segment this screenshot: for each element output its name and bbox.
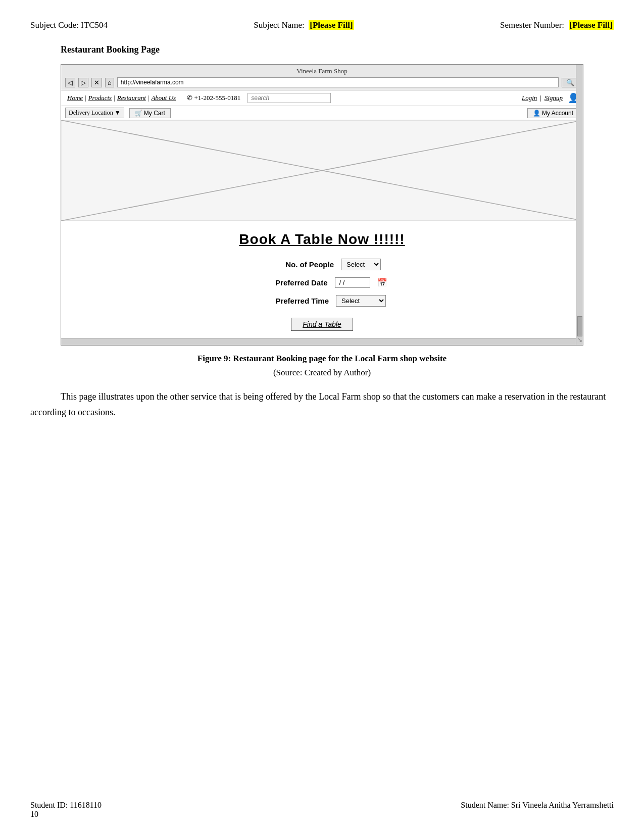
date-input[interactable]: [335, 277, 370, 288]
delivery-location-label: Delivery Location: [69, 109, 113, 117]
booking-section: Book A Table Now !!!!!! No. of People Se…: [61, 221, 583, 338]
subject-name-fill: [Please Fill]: [309, 20, 354, 30]
url-bar[interactable]: [117, 77, 559, 87]
hero-image-placeholder: [61, 120, 583, 221]
nav-links: Home | Products | Restaurant | About Us: [65, 94, 178, 102]
student-name: Student Name: Sri Vineela Anitha Yerrams…: [461, 801, 614, 819]
resize-handle-icon: ↘: [577, 336, 582, 344]
subject-code: Subject Code: ITC504: [30, 20, 108, 30]
nav-home[interactable]: Home: [65, 94, 85, 102]
date-label: Preferred Date: [257, 278, 328, 287]
browser-controls-bar: ◁ ▷ ✕ ⌂ 🔍: [65, 77, 579, 87]
body-paragraph: This page illustrates upon the other ser…: [30, 389, 614, 420]
phone-number: ✆ +1-202-555-0181: [187, 94, 240, 102]
doc-footer: Student ID: 11618110 10 Student Name: Sr…: [30, 801, 614, 819]
delivery-location-dropdown[interactable]: Delivery Location ▼: [65, 108, 124, 118]
nav-products[interactable]: Products: [86, 94, 114, 102]
people-row: No. of People Select 1 2 3 4 5 6+: [263, 259, 381, 270]
time-label: Preferred Time: [258, 297, 329, 305]
signup-link[interactable]: Signup: [542, 94, 565, 102]
wireframe-footer-bar: [61, 338, 583, 345]
dropdown-arrow: ▼: [115, 109, 121, 117]
booking-title: Book A Table Now !!!!!!: [239, 231, 405, 248]
nav-about-us[interactable]: About Us: [149, 94, 178, 102]
search-input[interactable]: [247, 93, 331, 103]
find-table-button[interactable]: Find a Table: [291, 318, 353, 331]
browser-chrome: Vineela Farm Shop ◁ ▷ ✕ ⌂ 🔍: [61, 65, 583, 90]
figure-source: (Source: Created by Author): [30, 368, 614, 378]
section-title: Restaurant Booking Page: [61, 44, 614, 55]
date-row: Preferred Date 📅: [257, 277, 387, 288]
nav-bar: Home | Products | Restaurant | About Us …: [61, 90, 583, 106]
page-number: 10: [30, 810, 102, 819]
sub-nav: Delivery Location ▼ 🛒 My Cart 👤 My Accou…: [61, 106, 583, 120]
home-button[interactable]: ⌂: [105, 78, 114, 87]
nav-restaurant[interactable]: Restaurant: [115, 94, 148, 102]
login-signup-area: Login | Signup 👤: [520, 92, 579, 104]
login-link[interactable]: Login: [520, 94, 539, 102]
calendar-icon[interactable]: 📅: [377, 278, 387, 287]
time-select[interactable]: Select Morning Afternoon Evening Night: [336, 295, 386, 307]
semester-number: Semester Number: [Please Fill]: [500, 20, 614, 30]
wireframe-container: Vineela Farm Shop ◁ ▷ ✕ ⌂ 🔍 Home | Produ…: [61, 64, 583, 346]
hero-placeholder-svg: [61, 120, 583, 221]
close-button[interactable]: ✕: [91, 78, 102, 87]
scrollbar-thumb[interactable]: [577, 316, 582, 336]
scrollbar[interactable]: ↘: [576, 65, 583, 345]
footer-left: Student ID: 11618110 10: [30, 801, 102, 819]
subject-name: Subject Name: [Please Fill]: [254, 20, 354, 30]
people-select[interactable]: Select 1 2 3 4 5 6+: [341, 259, 381, 270]
student-id: Student ID: 11618110: [30, 801, 102, 810]
time-row: Preferred Time Select Morning Afternoon …: [258, 295, 386, 307]
my-cart-button[interactable]: 🛒 My Cart: [129, 108, 171, 118]
people-label: No. of People: [263, 260, 334, 269]
semester-fill: [Please Fill]: [569, 20, 614, 30]
figure-caption: Figure 9: Restaurant Booking page for th…: [61, 354, 583, 364]
browser-title: Vineela Farm Shop: [65, 67, 579, 75]
document-header: Subject Code: ITC504 Subject Name: [Plea…: [30, 20, 614, 30]
forward-button[interactable]: ▷: [78, 78, 88, 87]
back-button[interactable]: ◁: [65, 78, 75, 87]
my-account-button[interactable]: 👤 My Account: [527, 108, 579, 118]
